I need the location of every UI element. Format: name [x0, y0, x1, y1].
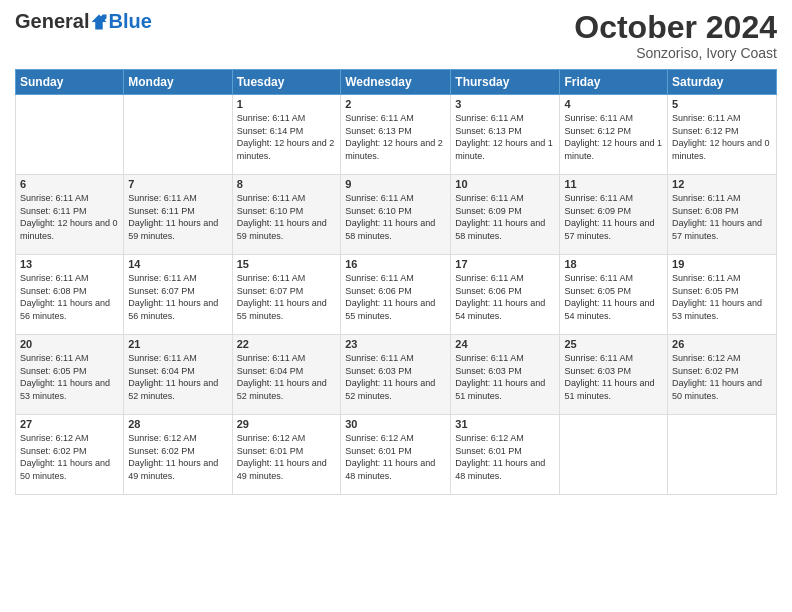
col-friday: Friday [560, 70, 668, 95]
table-row: 20Sunrise: 6:11 AM Sunset: 6:05 PM Dayli… [16, 335, 124, 415]
header: General Blue October 2024 Sonzoriso, Ivo… [15, 10, 777, 61]
calendar-week-row: 20Sunrise: 6:11 AM Sunset: 6:05 PM Dayli… [16, 335, 777, 415]
day-number: 16 [345, 258, 446, 270]
table-row: 19Sunrise: 6:11 AM Sunset: 6:05 PM Dayli… [668, 255, 777, 335]
page: General Blue October 2024 Sonzoriso, Ivo… [0, 0, 792, 612]
table-row: 11Sunrise: 6:11 AM Sunset: 6:09 PM Dayli… [560, 175, 668, 255]
day-info: Sunrise: 6:11 AM Sunset: 6:08 PM Dayligh… [20, 272, 119, 322]
day-number: 11 [564, 178, 663, 190]
day-number: 17 [455, 258, 555, 270]
day-info: Sunrise: 6:11 AM Sunset: 6:03 PM Dayligh… [564, 352, 663, 402]
day-info: Sunrise: 6:11 AM Sunset: 6:13 PM Dayligh… [345, 112, 446, 162]
day-number: 7 [128, 178, 227, 190]
table-row: 2Sunrise: 6:11 AM Sunset: 6:13 PM Daylig… [341, 95, 451, 175]
table-row: 10Sunrise: 6:11 AM Sunset: 6:09 PM Dayli… [451, 175, 560, 255]
day-number: 24 [455, 338, 555, 350]
day-info: Sunrise: 6:11 AM Sunset: 6:10 PM Dayligh… [345, 192, 446, 242]
table-row: 29Sunrise: 6:12 AM Sunset: 6:01 PM Dayli… [232, 415, 341, 495]
day-info: Sunrise: 6:12 AM Sunset: 6:02 PM Dayligh… [672, 352, 772, 402]
table-row: 9Sunrise: 6:11 AM Sunset: 6:10 PM Daylig… [341, 175, 451, 255]
table-row: 27Sunrise: 6:12 AM Sunset: 6:02 PM Dayli… [16, 415, 124, 495]
day-number: 29 [237, 418, 337, 430]
day-info: Sunrise: 6:11 AM Sunset: 6:03 PM Dayligh… [345, 352, 446, 402]
day-info: Sunrise: 6:12 AM Sunset: 6:02 PM Dayligh… [20, 432, 119, 482]
day-info: Sunrise: 6:11 AM Sunset: 6:11 PM Dayligh… [128, 192, 227, 242]
day-number: 30 [345, 418, 446, 430]
day-number: 15 [237, 258, 337, 270]
day-info: Sunrise: 6:11 AM Sunset: 6:11 PM Dayligh… [20, 192, 119, 242]
logo: General Blue [15, 10, 152, 33]
day-number: 5 [672, 98, 772, 110]
calendar-table: Sunday Monday Tuesday Wednesday Thursday… [15, 69, 777, 495]
day-info: Sunrise: 6:11 AM Sunset: 6:08 PM Dayligh… [672, 192, 772, 242]
calendar-week-row: 27Sunrise: 6:12 AM Sunset: 6:02 PM Dayli… [16, 415, 777, 495]
table-row: 8Sunrise: 6:11 AM Sunset: 6:10 PM Daylig… [232, 175, 341, 255]
day-number: 9 [345, 178, 446, 190]
day-number: 18 [564, 258, 663, 270]
day-info: Sunrise: 6:11 AM Sunset: 6:07 PM Dayligh… [237, 272, 337, 322]
table-row: 13Sunrise: 6:11 AM Sunset: 6:08 PM Dayli… [16, 255, 124, 335]
day-info: Sunrise: 6:11 AM Sunset: 6:12 PM Dayligh… [564, 112, 663, 162]
day-info: Sunrise: 6:11 AM Sunset: 6:04 PM Dayligh… [128, 352, 227, 402]
day-info: Sunrise: 6:11 AM Sunset: 6:10 PM Dayligh… [237, 192, 337, 242]
table-row: 24Sunrise: 6:11 AM Sunset: 6:03 PM Dayli… [451, 335, 560, 415]
calendar-header-row: Sunday Monday Tuesday Wednesday Thursday… [16, 70, 777, 95]
table-row [124, 95, 232, 175]
day-info: Sunrise: 6:11 AM Sunset: 6:05 PM Dayligh… [20, 352, 119, 402]
day-number: 22 [237, 338, 337, 350]
day-info: Sunrise: 6:11 AM Sunset: 6:05 PM Dayligh… [564, 272, 663, 322]
calendar-week-row: 1Sunrise: 6:11 AM Sunset: 6:14 PM Daylig… [16, 95, 777, 175]
col-monday: Monday [124, 70, 232, 95]
table-row: 14Sunrise: 6:11 AM Sunset: 6:07 PM Dayli… [124, 255, 232, 335]
col-thursday: Thursday [451, 70, 560, 95]
day-number: 2 [345, 98, 446, 110]
day-info: Sunrise: 6:11 AM Sunset: 6:06 PM Dayligh… [455, 272, 555, 322]
calendar-week-row: 13Sunrise: 6:11 AM Sunset: 6:08 PM Dayli… [16, 255, 777, 335]
table-row: 3Sunrise: 6:11 AM Sunset: 6:13 PM Daylig… [451, 95, 560, 175]
table-row: 21Sunrise: 6:11 AM Sunset: 6:04 PM Dayli… [124, 335, 232, 415]
table-row: 25Sunrise: 6:11 AM Sunset: 6:03 PM Dayli… [560, 335, 668, 415]
table-row: 18Sunrise: 6:11 AM Sunset: 6:05 PM Dayli… [560, 255, 668, 335]
day-info: Sunrise: 6:11 AM Sunset: 6:12 PM Dayligh… [672, 112, 772, 162]
day-info: Sunrise: 6:12 AM Sunset: 6:02 PM Dayligh… [128, 432, 227, 482]
day-number: 28 [128, 418, 227, 430]
table-row: 5Sunrise: 6:11 AM Sunset: 6:12 PM Daylig… [668, 95, 777, 175]
table-row: 7Sunrise: 6:11 AM Sunset: 6:11 PM Daylig… [124, 175, 232, 255]
day-info: Sunrise: 6:11 AM Sunset: 6:04 PM Dayligh… [237, 352, 337, 402]
col-tuesday: Tuesday [232, 70, 341, 95]
table-row: 16Sunrise: 6:11 AM Sunset: 6:06 PM Dayli… [341, 255, 451, 335]
col-wednesday: Wednesday [341, 70, 451, 95]
table-row [16, 95, 124, 175]
logo-text: General Blue [15, 10, 152, 33]
day-number: 19 [672, 258, 772, 270]
day-number: 4 [564, 98, 663, 110]
calendar-week-row: 6Sunrise: 6:11 AM Sunset: 6:11 PM Daylig… [16, 175, 777, 255]
calendar-body: 1Sunrise: 6:11 AM Sunset: 6:14 PM Daylig… [16, 95, 777, 495]
table-row [668, 415, 777, 495]
day-number: 26 [672, 338, 772, 350]
location-subtitle: Sonzoriso, Ivory Coast [574, 45, 777, 61]
month-title: October 2024 [574, 10, 777, 45]
day-info: Sunrise: 6:12 AM Sunset: 6:01 PM Dayligh… [237, 432, 337, 482]
table-row: 26Sunrise: 6:12 AM Sunset: 6:02 PM Dayli… [668, 335, 777, 415]
table-row: 23Sunrise: 6:11 AM Sunset: 6:03 PM Dayli… [341, 335, 451, 415]
day-info: Sunrise: 6:11 AM Sunset: 6:06 PM Dayligh… [345, 272, 446, 322]
col-sunday: Sunday [16, 70, 124, 95]
table-row: 1Sunrise: 6:11 AM Sunset: 6:14 PM Daylig… [232, 95, 341, 175]
day-info: Sunrise: 6:11 AM Sunset: 6:13 PM Dayligh… [455, 112, 555, 162]
day-number: 1 [237, 98, 337, 110]
day-number: 21 [128, 338, 227, 350]
day-info: Sunrise: 6:11 AM Sunset: 6:05 PM Dayligh… [672, 272, 772, 322]
day-number: 3 [455, 98, 555, 110]
day-info: Sunrise: 6:11 AM Sunset: 6:07 PM Dayligh… [128, 272, 227, 322]
day-number: 23 [345, 338, 446, 350]
day-number: 12 [672, 178, 772, 190]
table-row [560, 415, 668, 495]
table-row: 12Sunrise: 6:11 AM Sunset: 6:08 PM Dayli… [668, 175, 777, 255]
day-number: 14 [128, 258, 227, 270]
table-row: 4Sunrise: 6:11 AM Sunset: 6:12 PM Daylig… [560, 95, 668, 175]
title-section: October 2024 Sonzoriso, Ivory Coast [574, 10, 777, 61]
day-info: Sunrise: 6:12 AM Sunset: 6:01 PM Dayligh… [455, 432, 555, 482]
day-number: 6 [20, 178, 119, 190]
day-number: 10 [455, 178, 555, 190]
